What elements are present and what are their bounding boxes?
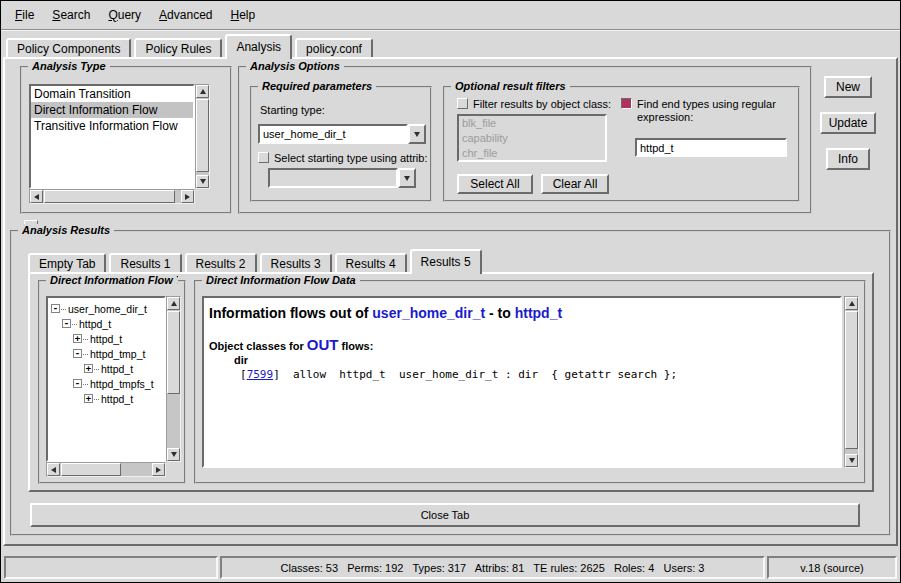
horizontal-scrollbar[interactable] xyxy=(29,189,195,204)
regex-input[interactable] xyxy=(635,138,787,157)
apol-window: File Search Query Advanced Help Policy C… xyxy=(0,0,901,583)
select-all-button[interactable]: Select All xyxy=(457,174,533,194)
close-tab-button[interactable]: Close Tab xyxy=(30,503,860,527)
tree-toggle-icon[interactable]: - xyxy=(73,349,82,358)
scrollbar-trough[interactable] xyxy=(196,98,209,175)
tree-node: - httpd_t xyxy=(48,316,164,331)
tab-results-3[interactable]: Results 3 xyxy=(260,253,332,272)
object-class-listbox: blk_file capability chr_file xyxy=(457,114,607,162)
tab-policy-conf[interactable]: policy.conf xyxy=(295,38,373,57)
analysis-panel: Analysis Type Domain Transition Direct I… xyxy=(3,57,898,546)
flow-subheader-line: Object classes for OUT flows: xyxy=(204,321,840,353)
menu-separator xyxy=(1,29,900,31)
regex-checkbox[interactable] xyxy=(621,98,632,109)
tab-results-1[interactable]: Results 1 xyxy=(109,253,181,272)
tree-toggle-icon[interactable]: - xyxy=(62,319,71,328)
status-version: v.18 (source) xyxy=(767,556,897,579)
scrollbar-thumb[interactable] xyxy=(61,463,121,476)
menu-search[interactable]: Search xyxy=(43,5,99,25)
filter-checkbox-row[interactable]: Filter results by object class: xyxy=(457,98,611,111)
list-item[interactable]: Domain Transition xyxy=(31,86,193,102)
vertical-scrollbar[interactable] xyxy=(844,296,859,468)
flow-data-textarea[interactable]: Information flows out of user_home_dir_t… xyxy=(202,296,842,468)
menu-help[interactable]: Help xyxy=(221,5,264,25)
up-arrow-icon xyxy=(849,301,855,306)
flow-data-group: Direct Information Flow Data Information… xyxy=(194,280,866,484)
tab-results-5[interactable]: Results 5 xyxy=(410,249,482,274)
analysis-type-listbox: Domain Transition Direct Information Flo… xyxy=(29,84,195,189)
scrollbar-thumb[interactable] xyxy=(845,311,858,449)
tree-node-label[interactable]: httpd_tmp_t xyxy=(83,348,145,360)
update-button[interactable]: Update xyxy=(820,112,876,134)
tree-node-label[interactable]: httpd_tmpfs_t xyxy=(83,378,154,390)
scrollbar-trough[interactable] xyxy=(845,310,858,454)
rule-number-link[interactable]: 7599 xyxy=(247,368,274,381)
tree-node-label[interactable]: httpd_t xyxy=(94,393,133,405)
menu-advanced[interactable]: Advanced xyxy=(150,5,221,25)
list-item[interactable]: Transitive Information Flow xyxy=(31,118,193,134)
tab-empty[interactable]: Empty Tab xyxy=(28,253,106,272)
new-button[interactable]: New xyxy=(824,76,872,98)
vertical-scrollbar[interactable] xyxy=(166,296,181,462)
flow-target-type: httpd_t xyxy=(515,305,562,321)
tab-results-2[interactable]: Results 2 xyxy=(185,253,257,272)
scrollbar-thumb[interactable] xyxy=(44,190,175,203)
attrib-checkbox-row[interactable]: Select starting type using attrib: xyxy=(258,152,427,165)
vertical-scrollbar[interactable] xyxy=(195,84,210,189)
starting-type-combobox xyxy=(258,124,426,144)
scrollbar-thumb[interactable] xyxy=(167,311,180,394)
left-arrow-icon xyxy=(34,194,39,200)
required-parameters-title: Required parameters xyxy=(258,80,376,92)
flow-header-prefix: Information flows out of xyxy=(209,305,372,321)
tree-node-label[interactable]: httpd_t xyxy=(83,333,122,345)
filter-checkbox[interactable] xyxy=(457,98,468,109)
scroll-left-button[interactable] xyxy=(47,463,60,476)
tree-toggle-icon[interactable]: + xyxy=(73,334,82,343)
status-cell-left xyxy=(4,556,218,579)
starting-type-input[interactable] xyxy=(258,124,408,144)
tree-node-label[interactable]: httpd_t xyxy=(72,318,111,330)
left-arrow-icon xyxy=(51,467,56,473)
scroll-down-button[interactable] xyxy=(196,175,209,188)
tree-toggle-icon[interactable]: + xyxy=(84,394,93,403)
scroll-down-button[interactable] xyxy=(845,454,858,467)
regex-label-line1: Find end types using regular xyxy=(637,98,776,111)
tab-analysis[interactable]: Analysis xyxy=(225,34,292,59)
flow-header-mid: - to xyxy=(485,305,515,321)
scroll-left-button[interactable] xyxy=(30,190,43,203)
tree-toggle-icon[interactable]: - xyxy=(51,304,60,313)
info-button[interactable]: Info xyxy=(826,148,870,170)
scroll-up-button[interactable] xyxy=(167,297,180,310)
tab-policy-rules[interactable]: Policy Rules xyxy=(134,38,222,57)
scroll-right-button[interactable] xyxy=(152,463,165,476)
tree-node-label[interactable]: user_home_dir_t xyxy=(61,303,147,315)
scroll-up-button[interactable] xyxy=(845,297,858,310)
regex-checkbox-row[interactable]: Find end types using regular expression: xyxy=(621,98,776,124)
chevron-down-icon xyxy=(404,176,410,181)
flow-header-line: Information flows out of user_home_dir_t… xyxy=(204,298,840,321)
tab-results-4[interactable]: Results 4 xyxy=(335,253,407,272)
tree-toggle-icon[interactable]: + xyxy=(84,364,93,373)
filter-checkbox-label: Filter results by object class: xyxy=(473,98,611,111)
horizontal-scrollbar[interactable] xyxy=(46,462,166,477)
results-notebook-panel: Direct Information Flow T - user_home_di… xyxy=(28,272,874,492)
scrollbar-thumb[interactable] xyxy=(196,99,209,172)
clear-all-button[interactable]: Clear All xyxy=(541,174,609,194)
combobox-dropdown-button[interactable] xyxy=(408,124,426,144)
analysis-results-title: Analysis Results xyxy=(18,224,114,236)
scrollbar-trough[interactable] xyxy=(167,310,180,448)
list-item-selected[interactable]: Direct Information Flow xyxy=(31,102,193,118)
scrollbar-trough[interactable] xyxy=(60,463,152,476)
tree-node-label[interactable]: httpd_t xyxy=(94,363,133,375)
scroll-right-button[interactable] xyxy=(181,190,194,203)
flow-tree-title: Direct Information Flow T xyxy=(46,274,178,286)
scroll-up-button[interactable] xyxy=(196,85,209,98)
tree-node: - user_home_dir_t xyxy=(48,301,164,316)
menu-query[interactable]: Query xyxy=(99,5,150,25)
menu-file[interactable]: File xyxy=(6,5,43,25)
tab-policy-components[interactable]: Policy Components xyxy=(6,38,131,57)
tree-toggle-icon[interactable]: - xyxy=(73,379,82,388)
scroll-down-button[interactable] xyxy=(167,448,180,461)
attrib-checkbox[interactable] xyxy=(258,152,269,163)
scrollbar-trough[interactable] xyxy=(43,190,181,203)
